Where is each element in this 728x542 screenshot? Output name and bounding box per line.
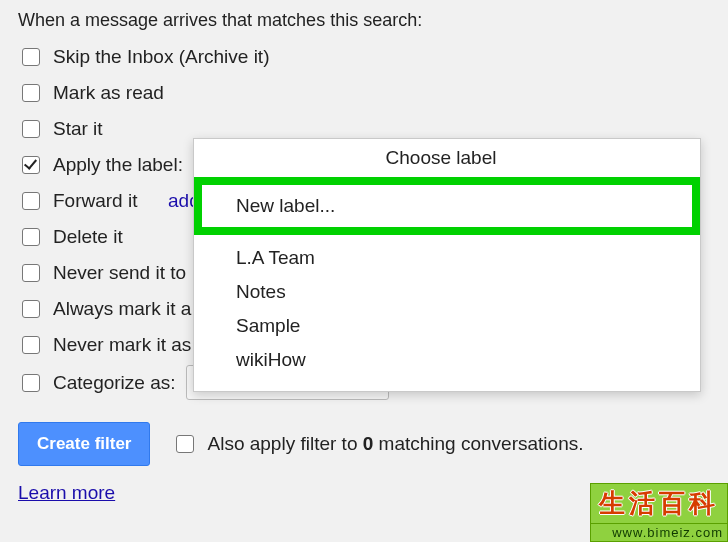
create-filter-button[interactable]: Create filter bbox=[18, 422, 150, 466]
checkbox-always-mark[interactable] bbox=[22, 300, 40, 318]
checkbox-mark-read[interactable] bbox=[22, 84, 40, 102]
checkbox-apply-label[interactable] bbox=[22, 156, 40, 174]
watermark: 生活百科 www.bimeiz.com bbox=[590, 483, 728, 542]
label-never-mark: Never mark it as bbox=[53, 334, 191, 356]
option-skip-inbox: Skip the Inbox (Archive it) bbox=[18, 41, 710, 73]
dropdown-item-la-team[interactable]: L.A Team bbox=[194, 241, 700, 275]
checkbox-skip-inbox[interactable] bbox=[22, 48, 40, 66]
label-skip-inbox: Skip the Inbox (Archive it) bbox=[53, 46, 269, 68]
label-apply-label: Apply the label: bbox=[53, 154, 183, 176]
learn-more-link[interactable]: Learn more bbox=[18, 482, 115, 503]
checkbox-forward-it[interactable] bbox=[22, 192, 40, 210]
label-delete-it: Delete it bbox=[53, 226, 123, 248]
checkbox-also-apply[interactable] bbox=[176, 435, 194, 453]
option-also-apply: Also apply filter to 0 matching conversa… bbox=[172, 432, 583, 456]
dropdown-item-notes[interactable]: Notes bbox=[194, 275, 700, 309]
option-mark-read: Mark as read bbox=[18, 77, 710, 109]
label-star-it: Star it bbox=[53, 118, 103, 140]
label-also-apply: Also apply filter to 0 matching conversa… bbox=[207, 433, 583, 455]
label-always-mark: Always mark it a bbox=[53, 298, 191, 320]
label-never-send: Never send it to bbox=[53, 262, 186, 284]
label-mark-read: Mark as read bbox=[53, 82, 164, 104]
bottom-row: Create filter Also apply filter to 0 mat… bbox=[18, 422, 710, 466]
label-categorize: Categorize as: bbox=[53, 372, 176, 394]
panel-heading: When a message arrives that matches this… bbox=[18, 10, 710, 31]
checkbox-delete-it[interactable] bbox=[22, 228, 40, 246]
checkbox-never-send[interactable] bbox=[22, 264, 40, 282]
dropdown-choose-label[interactable]: Choose label bbox=[194, 139, 700, 177]
dropdown-item-sample[interactable]: Sample bbox=[194, 309, 700, 343]
watermark-title: 生活百科 bbox=[590, 483, 728, 524]
label-forward-it: Forward it bbox=[53, 190, 137, 212]
dropdown-new-label[interactable]: New label... bbox=[194, 177, 700, 235]
checkbox-never-mark[interactable] bbox=[22, 336, 40, 354]
checkbox-categorize[interactable] bbox=[22, 374, 40, 392]
checkbox-star-it[interactable] bbox=[22, 120, 40, 138]
watermark-url: www.bimeiz.com bbox=[590, 524, 728, 542]
filter-panel: When a message arrives that matches this… bbox=[0, 0, 728, 542]
label-dropdown: Choose label New label... L.A Team Notes… bbox=[193, 138, 701, 392]
dropdown-item-wikihow[interactable]: wikiHow bbox=[194, 343, 700, 377]
